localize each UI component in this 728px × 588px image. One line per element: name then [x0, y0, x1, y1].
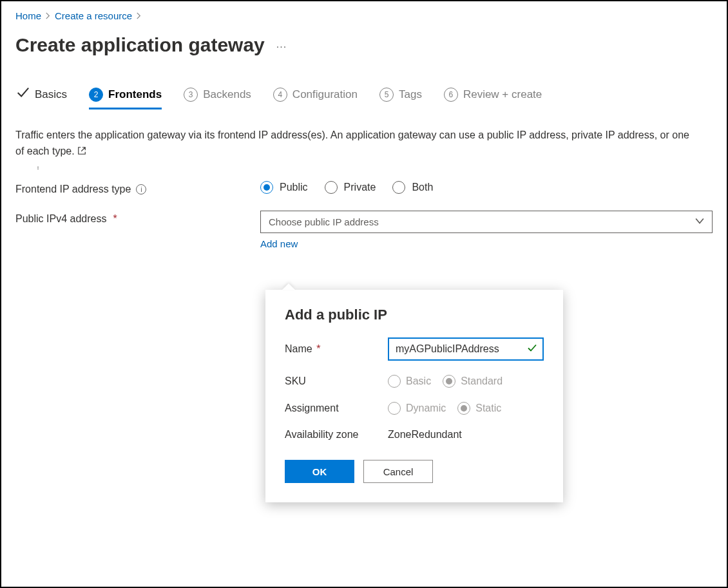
required-asterisk: *: [312, 343, 321, 354]
radio-icon: [260, 181, 273, 194]
add-new-link[interactable]: Add new: [260, 238, 298, 249]
chevron-down-icon: [695, 216, 704, 227]
radio-label: Basic: [406, 375, 431, 387]
radio-icon: [388, 375, 401, 388]
tab-configuration[interactable]: 4 Configuration: [273, 88, 358, 108]
popup-assignment-label: Assignment: [285, 403, 388, 414]
tab-label: Basics: [35, 88, 67, 101]
tab-label: Backends: [203, 88, 251, 101]
radio-private[interactable]: Private: [325, 181, 376, 194]
step-number-icon: 3: [184, 88, 198, 102]
popup-sku-radiogroup: Basic Standard: [388, 375, 503, 388]
step-number-icon: 4: [273, 88, 287, 102]
dropdown-placeholder: Choose public IP address: [269, 216, 379, 227]
wizard-tabs: Basics 2 Frontends 3 Backends 4 Configur…: [15, 86, 713, 109]
radio-label: Public: [280, 182, 308, 193]
tab-backends[interactable]: 3 Backends: [184, 88, 251, 108]
radio-both[interactable]: Both: [392, 181, 433, 194]
tab-review-create[interactable]: 6 Review + create: [444, 88, 542, 108]
radio-assign-static: Static: [457, 402, 501, 415]
frontend-ip-type-label: Frontend IP address type i: [15, 181, 260, 195]
radio-icon: [457, 402, 470, 415]
required-asterisk: *: [111, 213, 117, 225]
more-actions-button[interactable]: ···: [276, 35, 287, 53]
cancel-button[interactable]: Cancel: [363, 460, 433, 483]
text-cursor-icon: [37, 161, 39, 175]
tab-label: Tags: [399, 88, 422, 101]
step-number-icon: 2: [89, 88, 103, 102]
radio-sku-basic: Basic: [388, 375, 431, 388]
tab-label: Configuration: [292, 88, 358, 101]
external-link-icon[interactable]: [77, 144, 86, 160]
popup-title: Add a public IP: [285, 307, 544, 323]
breadcrumb-home[interactable]: Home: [15, 10, 41, 21]
tab-description: Traffic enters the application gateway v…: [15, 128, 698, 160]
popup-availability-zone-label: Availability zone: [285, 429, 388, 441]
tab-basics[interactable]: Basics: [15, 86, 67, 109]
radio-icon: [325, 181, 338, 194]
step-number-icon: 5: [379, 88, 394, 102]
check-icon: [15, 86, 30, 103]
tab-label: Review + create: [463, 88, 542, 101]
tab-label: Frontends: [108, 88, 162, 101]
popup-availability-zone-value: ZoneRedundant: [388, 429, 462, 441]
chevron-right-icon: [136, 11, 142, 21]
page-title: Create application gateway: [15, 34, 265, 56]
breadcrumb-create-resource[interactable]: Create a resource: [55, 10, 132, 21]
radio-label: Private: [344, 182, 376, 193]
radio-label: Standard: [461, 375, 503, 387]
info-icon[interactable]: i: [136, 184, 146, 194]
radio-assign-dynamic: Dynamic: [388, 402, 446, 415]
radio-icon: [392, 181, 405, 194]
popup-name-input[interactable]: [388, 337, 544, 361]
chevron-right-icon: [45, 11, 51, 21]
breadcrumb: Home Create a resource: [15, 10, 713, 21]
radio-label: Both: [412, 182, 433, 193]
tab-tags[interactable]: 5 Tags: [379, 88, 422, 108]
popup-assignment-radiogroup: Dynamic Static: [388, 402, 501, 415]
radio-icon: [443, 375, 455, 388]
popup-name-label: Name *: [285, 343, 388, 355]
tab-frontends[interactable]: 2 Frontends: [89, 88, 162, 108]
public-ipv4-label: Public IPv4 address*: [15, 211, 260, 225]
radio-label: Dynamic: [406, 403, 446, 414]
add-public-ip-popup: Add a public IP Name * SKU Basic Standar…: [265, 290, 563, 502]
check-icon: [527, 343, 537, 356]
popup-sku-label: SKU: [285, 375, 388, 387]
radio-label: Static: [475, 403, 501, 414]
public-ip-dropdown[interactable]: Choose public IP address: [260, 211, 713, 233]
step-number-icon: 6: [444, 88, 458, 102]
ok-button[interactable]: OK: [285, 460, 354, 483]
radio-icon: [388, 402, 401, 415]
frontend-ip-type-radiogroup: Public Private Both: [260, 181, 433, 194]
radio-sku-standard: Standard: [443, 375, 503, 388]
radio-public[interactable]: Public: [260, 181, 308, 194]
